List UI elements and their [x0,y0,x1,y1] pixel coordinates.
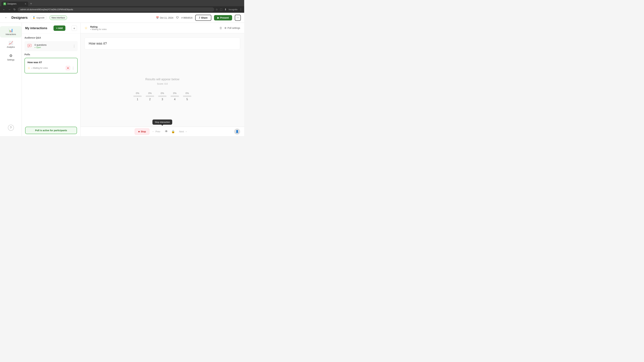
rating-bar-4 [170,95,179,97]
qa-info: 0 questions Open [34,43,70,49]
avatar-button[interactable]: 👤 [234,129,240,135]
bottom-bar: Stop interaction ■ Stop ← Prev 👁 🔒 Next … [80,127,244,136]
tab-bar: S Designers × + [0,0,244,6]
rating-percent-4: 0% [173,92,176,94]
stop-interaction-button[interactable]: ■ Stop [135,128,150,135]
qa-more-button[interactable]: ⋮ [72,44,76,48]
address-text: admin.sli.do/event/8Goq3eqYCVaD6c1SPMVoE… [20,8,73,11]
star-icon[interactable]: ☆ [216,8,218,11]
poll-star-icon: ☆ [28,66,30,70]
poll-type-label: Rating [90,25,217,28]
present-icon: ▶ [217,16,219,19]
rating-bar-col-2: 0%2 [146,92,154,101]
back-button[interactable]: ← [3,15,9,20]
sidebar-item-analytics[interactable]: 📈 Analytics [0,39,22,50]
rating-bar-col-4: 0%4 [170,92,179,101]
polls-section-title: Polls [24,53,78,56]
prev-label: Prev [156,130,160,133]
rating-bar-col-1: 0%1 [133,92,142,101]
rating-bar-col-5: 0%5 [183,92,191,101]
browser-more-btn[interactable]: ⋮ [240,8,242,11]
rating-bar-2 [146,95,154,97]
main-content: 📊 Interactions 📈 Analytics ⚙ Settings ? … [0,23,244,136]
polls-section: Polls How was it? ☆ Waiting for votes ■ … [24,53,78,73]
delete-poll-button[interactable]: 🗑 [219,26,222,30]
rating-bar-5 [183,95,191,97]
share-icon: ⤴ [199,16,200,19]
rating-bar-col-3: 0%3 [158,92,166,101]
poll-list-status: Waiting for votes [32,67,48,69]
next-button[interactable]: Next → [176,129,190,135]
poll-meta: ☆ Waiting for votes ■ ⋮ [28,66,75,70]
tab-title: Designers [8,3,24,5]
poll-list-item[interactable]: How was it? ☆ Waiting for votes ■ ⋮ [24,58,78,73]
poll-more-button[interactable]: ⋮ [72,66,75,70]
bar-right-actions: 👤 [234,129,240,135]
new-tab-btn[interactable]: + [29,1,33,6]
poll-header-status: Waiting for votes [90,28,217,30]
header-more-button[interactable]: ··· [235,15,241,21]
interactions-label: Interactions [6,33,16,35]
browser-actions: ☆ ⬚ ⬇ Incognito ⋮ [216,8,242,11]
qa-section-title: Audience Q&A [24,36,78,39]
new-interface-label: New interface [52,16,65,19]
qa-item[interactable]: 0 questions Open ⋮ [24,41,78,51]
analytics-label: Analytics [7,46,15,48]
upgrade-button[interactable]: 🏅 Upgrade [30,15,47,20]
sidebar-item-interactions[interactable]: 📊 Interactions [0,26,22,37]
rating-label-2: 2 [149,98,151,101]
refresh-btn[interactable]: ↻ [13,7,16,12]
prev-button[interactable]: ← Prev [150,129,163,135]
interactions-icon: 📊 [8,28,13,32]
new-interface-button[interactable]: New interface [50,15,67,20]
collapse-panel-button[interactable]: « [72,25,77,31]
stop-icon: ■ [138,130,140,133]
present-button[interactable]: ▶ Present [214,15,232,20]
poll-header-actions: 🗑 ⚙ Poll settings [219,26,240,30]
eye-button[interactable]: 👁 [163,128,170,135]
app-header: ← Designers 🏅 Upgrade New interface 📅 Oc… [0,13,244,23]
browser-controls: ← → ↻ admin.sli.do/event/8Goq3eqYCVaD6c1… [0,6,244,13]
rating-percent-2: 0% [148,92,152,94]
poll-settings-label: Poll settings [228,27,240,29]
rating-percent-3: 0% [161,92,164,94]
sidebar-item-settings[interactable]: ⚙ Settings [0,52,22,63]
rating-percent-1: 0% [136,92,139,94]
rating-label-1: 1 [137,98,138,101]
incognito-label: Incognito [228,8,238,11]
rating-label-3: 3 [162,98,163,101]
help-button[interactable]: ? [8,125,14,131]
tab-close-btn[interactable]: × [25,2,26,5]
qa-status: Open [34,46,70,49]
rating-chart: 0%10%20%30%40%5 [133,92,191,101]
poll-settings-button[interactable]: ⚙ Poll settings [224,27,240,29]
upgrade-icon: 🏅 [32,16,35,19]
rating-percent-5: 0% [186,92,189,94]
poll-header-info: Rating Waiting for votes [90,25,217,30]
sidebar: 📊 Interactions 📈 Analytics ⚙ Settings ? [0,23,22,136]
forward-nav-btn[interactable]: → [8,7,12,12]
poll-settings-icon: ⚙ [224,27,226,29]
extensions-icon[interactable]: ⬚ [220,8,222,11]
upgrade-label: Upgrade [36,16,44,19]
rating-label-5: 5 [186,98,188,101]
results-area: Results will appear below Score: 0.0 0%1… [80,54,244,127]
address-bar[interactable]: admin.sli.do/event/8Goq3eqYCVaD6c1SPMVoE… [18,7,214,11]
poll-stop-small-button[interactable]: ■ [66,66,70,70]
panel-header: My interactions + Add « [22,23,80,34]
app-container: ← Designers 🏅 Upgrade New interface 📅 Oc… [0,13,244,136]
back-nav-btn[interactable]: ← [2,7,6,12]
poll-list-question: How was it? [28,61,75,64]
share-button[interactable]: ⤴ Share [195,15,211,21]
interactions-panel: My interactions + Add « Audience Q&A [22,23,80,136]
active-tab[interactable]: S Designers × [1,1,28,6]
settings-icon: ⚙ [9,54,12,58]
download-icon[interactable]: ⬇ [224,8,226,11]
panel-content: Audience Q&A 0 questions Open ⋮ [22,34,80,125]
add-interaction-button[interactable]: + Add [54,25,66,31]
tab-favicon: S [3,2,6,5]
header-right: 📅 Oct 11, 2024 🛡 # 8664816 ⤴ Share ▶ Pre… [156,15,241,21]
lock-button[interactable]: 🔒 [170,128,176,135]
rating-bar-1 [133,95,142,97]
poll-detail-header: ☆ Rating Waiting for votes 🗑 ⚙ Poll sett… [80,23,244,33]
